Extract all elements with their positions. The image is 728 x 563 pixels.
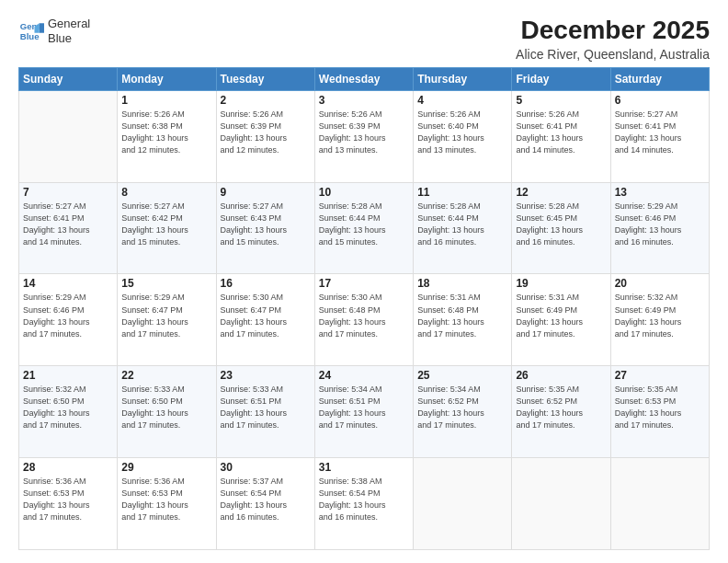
day-number: 24 bbox=[319, 369, 409, 382]
day-number: 9 bbox=[221, 186, 311, 199]
day-number: 1 bbox=[121, 94, 211, 107]
calendar-week-row: 21Sunrise: 5:32 AM Sunset: 6:50 PM Dayli… bbox=[19, 366, 710, 458]
day-number: 28 bbox=[23, 461, 113, 474]
day-number: 30 bbox=[221, 461, 311, 474]
calendar-cell bbox=[512, 458, 610, 550]
weekday-header-wednesday: Wednesday bbox=[314, 67, 413, 90]
day-number: 4 bbox=[417, 94, 507, 107]
day-info: Sunrise: 5:33 AM Sunset: 6:50 PM Dayligh… bbox=[121, 384, 211, 431]
calendar-cell: 18Sunrise: 5:31 AM Sunset: 6:48 PM Dayli… bbox=[414, 274, 512, 366]
title-block: December 2025 Alice River, Queensland, A… bbox=[516, 17, 710, 62]
calendar-cell: 5Sunrise: 5:26 AM Sunset: 6:41 PM Daylig… bbox=[512, 90, 610, 182]
day-info: Sunrise: 5:34 AM Sunset: 6:51 PM Dayligh… bbox=[319, 384, 409, 431]
calendar-page: General Blue General Blue December 2025 … bbox=[0, 0, 728, 563]
calendar-cell: 11Sunrise: 5:28 AM Sunset: 6:44 PM Dayli… bbox=[414, 182, 512, 274]
calendar-cell bbox=[414, 458, 512, 550]
day-info: Sunrise: 5:27 AM Sunset: 6:41 PM Dayligh… bbox=[615, 109, 705, 156]
calendar-cell: 22Sunrise: 5:33 AM Sunset: 6:50 PM Dayli… bbox=[118, 366, 216, 458]
calendar-cell: 24Sunrise: 5:34 AM Sunset: 6:51 PM Dayli… bbox=[314, 366, 413, 458]
day-number: 12 bbox=[516, 186, 606, 199]
day-number: 10 bbox=[319, 186, 409, 199]
day-number: 6 bbox=[615, 94, 705, 107]
day-number: 26 bbox=[516, 369, 606, 382]
calendar-cell: 3Sunrise: 5:26 AM Sunset: 6:39 PM Daylig… bbox=[314, 90, 413, 182]
day-number: 25 bbox=[417, 369, 507, 382]
day-info: Sunrise: 5:26 AM Sunset: 6:41 PM Dayligh… bbox=[516, 109, 606, 156]
day-info: Sunrise: 5:36 AM Sunset: 6:53 PM Dayligh… bbox=[121, 476, 211, 523]
calendar-week-row: 7Sunrise: 5:27 AM Sunset: 6:41 PM Daylig… bbox=[19, 182, 710, 274]
weekday-header-thursday: Thursday bbox=[414, 67, 512, 90]
day-info: Sunrise: 5:32 AM Sunset: 6:50 PM Dayligh… bbox=[23, 384, 113, 431]
calendar-cell: 4Sunrise: 5:26 AM Sunset: 6:40 PM Daylig… bbox=[414, 90, 512, 182]
calendar-week-row: 14Sunrise: 5:29 AM Sunset: 6:46 PM Dayli… bbox=[19, 274, 710, 366]
day-number: 17 bbox=[319, 277, 409, 290]
day-number: 27 bbox=[615, 369, 705, 382]
calendar-cell: 28Sunrise: 5:36 AM Sunset: 6:53 PM Dayli… bbox=[19, 458, 118, 550]
calendar-cell: 15Sunrise: 5:29 AM Sunset: 6:47 PM Dayli… bbox=[118, 274, 216, 366]
day-number: 11 bbox=[417, 186, 507, 199]
day-info: Sunrise: 5:29 AM Sunset: 6:46 PM Dayligh… bbox=[23, 292, 113, 339]
day-number: 22 bbox=[121, 369, 211, 382]
calendar-cell: 29Sunrise: 5:36 AM Sunset: 6:53 PM Dayli… bbox=[118, 458, 216, 550]
calendar-week-row: 1Sunrise: 5:26 AM Sunset: 6:38 PM Daylig… bbox=[19, 90, 710, 182]
day-number: 15 bbox=[121, 277, 211, 290]
day-number: 8 bbox=[121, 186, 211, 199]
day-info: Sunrise: 5:27 AM Sunset: 6:41 PM Dayligh… bbox=[23, 201, 113, 248]
calendar-cell: 9Sunrise: 5:27 AM Sunset: 6:43 PM Daylig… bbox=[216, 182, 314, 274]
page-header: General Blue General Blue December 2025 … bbox=[18, 17, 710, 62]
day-info: Sunrise: 5:31 AM Sunset: 6:48 PM Dayligh… bbox=[417, 292, 507, 339]
calendar-cell: 1Sunrise: 5:26 AM Sunset: 6:38 PM Daylig… bbox=[118, 90, 216, 182]
day-info: Sunrise: 5:27 AM Sunset: 6:43 PM Dayligh… bbox=[221, 201, 311, 248]
calendar-cell: 7Sunrise: 5:27 AM Sunset: 6:41 PM Daylig… bbox=[19, 182, 118, 274]
day-info: Sunrise: 5:35 AM Sunset: 6:52 PM Dayligh… bbox=[516, 384, 606, 431]
day-info: Sunrise: 5:38 AM Sunset: 6:54 PM Dayligh… bbox=[319, 476, 409, 523]
day-info: Sunrise: 5:26 AM Sunset: 6:38 PM Dayligh… bbox=[121, 109, 211, 156]
day-number: 20 bbox=[615, 277, 705, 290]
calendar-cell: 27Sunrise: 5:35 AM Sunset: 6:53 PM Dayli… bbox=[610, 366, 709, 458]
day-info: Sunrise: 5:29 AM Sunset: 6:47 PM Dayligh… bbox=[121, 292, 211, 339]
day-info: Sunrise: 5:27 AM Sunset: 6:42 PM Dayligh… bbox=[121, 201, 211, 248]
day-info: Sunrise: 5:28 AM Sunset: 6:44 PM Dayligh… bbox=[319, 201, 409, 248]
svg-marker-2 bbox=[40, 23, 44, 33]
day-number: 18 bbox=[417, 277, 507, 290]
page-subtitle: Alice River, Queensland, Australia bbox=[516, 47, 710, 62]
calendar-cell: 16Sunrise: 5:30 AM Sunset: 6:47 PM Dayli… bbox=[216, 274, 314, 366]
day-number: 16 bbox=[221, 277, 311, 290]
calendar-cell: 31Sunrise: 5:38 AM Sunset: 6:54 PM Dayli… bbox=[314, 458, 413, 550]
calendar-cell: 26Sunrise: 5:35 AM Sunset: 6:52 PM Dayli… bbox=[512, 366, 610, 458]
day-number: 5 bbox=[516, 94, 606, 107]
day-number: 31 bbox=[319, 461, 409, 474]
day-info: Sunrise: 5:28 AM Sunset: 6:44 PM Dayligh… bbox=[417, 201, 507, 248]
calendar-table: SundayMondayTuesdayWednesdayThursdayFrid… bbox=[18, 67, 710, 550]
day-number: 7 bbox=[23, 186, 113, 199]
day-info: Sunrise: 5:26 AM Sunset: 6:39 PM Dayligh… bbox=[221, 109, 311, 156]
weekday-header-sunday: Sunday bbox=[19, 67, 118, 90]
day-number: 2 bbox=[221, 94, 311, 107]
calendar-cell: 14Sunrise: 5:29 AM Sunset: 6:46 PM Dayli… bbox=[19, 274, 118, 366]
logo-icon: General Blue bbox=[18, 18, 44, 44]
weekday-header-row: SundayMondayTuesdayWednesdayThursdayFrid… bbox=[19, 67, 710, 90]
calendar-cell: 23Sunrise: 5:33 AM Sunset: 6:51 PM Dayli… bbox=[216, 366, 314, 458]
logo: General Blue General Blue bbox=[18, 17, 90, 45]
day-info: Sunrise: 5:30 AM Sunset: 6:47 PM Dayligh… bbox=[221, 292, 311, 339]
calendar-cell: 25Sunrise: 5:34 AM Sunset: 6:52 PM Dayli… bbox=[414, 366, 512, 458]
weekday-header-saturday: Saturday bbox=[610, 67, 709, 90]
day-info: Sunrise: 5:26 AM Sunset: 6:39 PM Dayligh… bbox=[319, 109, 409, 156]
calendar-cell: 10Sunrise: 5:28 AM Sunset: 6:44 PM Dayli… bbox=[314, 182, 413, 274]
calendar-cell: 17Sunrise: 5:30 AM Sunset: 6:48 PM Dayli… bbox=[314, 274, 413, 366]
day-info: Sunrise: 5:36 AM Sunset: 6:53 PM Dayligh… bbox=[23, 476, 113, 523]
calendar-cell bbox=[610, 458, 709, 550]
day-info: Sunrise: 5:35 AM Sunset: 6:53 PM Dayligh… bbox=[615, 384, 705, 431]
page-title: December 2025 bbox=[516, 17, 710, 45]
calendar-cell: 13Sunrise: 5:29 AM Sunset: 6:46 PM Dayli… bbox=[610, 182, 709, 274]
day-number: 21 bbox=[23, 369, 113, 382]
calendar-cell: 21Sunrise: 5:32 AM Sunset: 6:50 PM Dayli… bbox=[19, 366, 118, 458]
day-info: Sunrise: 5:29 AM Sunset: 6:46 PM Dayligh… bbox=[615, 201, 705, 248]
calendar-cell: 2Sunrise: 5:26 AM Sunset: 6:39 PM Daylig… bbox=[216, 90, 314, 182]
calendar-cell: 30Sunrise: 5:37 AM Sunset: 6:54 PM Dayli… bbox=[216, 458, 314, 550]
day-info: Sunrise: 5:26 AM Sunset: 6:40 PM Dayligh… bbox=[417, 109, 507, 156]
day-number: 19 bbox=[516, 277, 606, 290]
day-info: Sunrise: 5:30 AM Sunset: 6:48 PM Dayligh… bbox=[319, 292, 409, 339]
calendar-week-row: 28Sunrise: 5:36 AM Sunset: 6:53 PM Dayli… bbox=[19, 458, 710, 550]
day-number: 3 bbox=[319, 94, 409, 107]
